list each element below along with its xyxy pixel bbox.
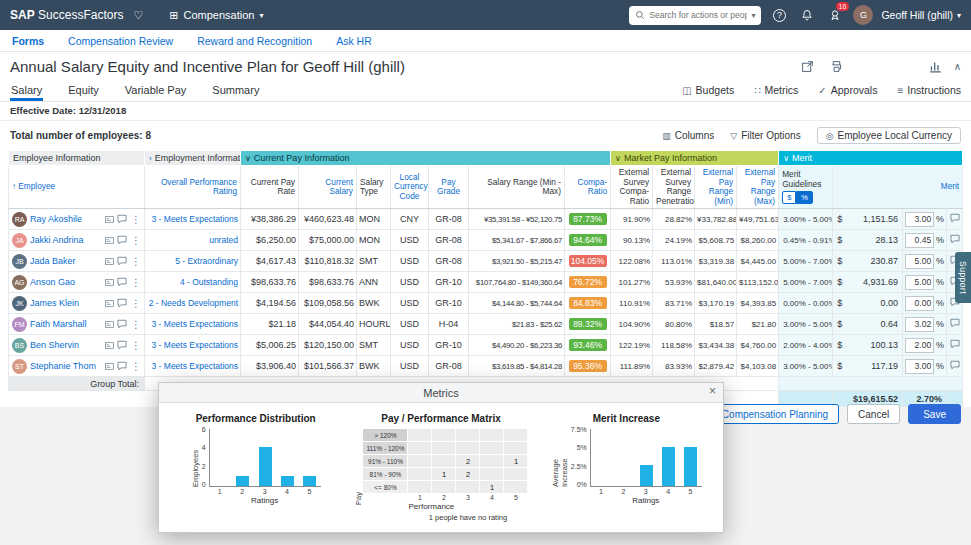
comment-icon[interactable] <box>117 256 127 266</box>
tab-salary[interactable]: Salary <box>10 80 43 101</box>
merit-percent-input[interactable]: 0.00 <box>905 296 934 311</box>
merit-comment-icon[interactable] <box>950 213 960 223</box>
row-menu-icon[interactable]: ⋮ <box>130 361 142 372</box>
help-icon[interactable]: ? <box>769 5 789 25</box>
employee-name-link[interactable]: James Klein <box>30 298 102 308</box>
row-menu-icon[interactable]: ⋮ <box>130 298 142 309</box>
rating-link[interactable]: 3 - Meets Expectations <box>152 361 238 371</box>
column-header-employee[interactable]: ↑ Employee <box>9 166 145 209</box>
sap-logo: SAP SuccessFactors <box>10 8 123 22</box>
merit-percent-input[interactable]: 0.45 <box>905 233 934 248</box>
nav-item-compensation-review[interactable]: Compensation Review <box>68 35 173 47</box>
rating-link[interactable]: 3 - Meets Expectations <box>152 340 238 350</box>
merit-percent-input[interactable]: 2.00 <box>905 338 934 353</box>
rating-link[interactable]: 4 - Outstanding <box>180 277 238 287</box>
support-tab[interactable]: Support <box>955 252 971 303</box>
close-icon[interactable]: × <box>709 384 716 398</box>
comment-icon[interactable] <box>117 340 127 350</box>
merit-comment-icon[interactable] <box>950 339 960 349</box>
row-menu-icon[interactable]: ⋮ <box>130 235 142 246</box>
row-menu-icon[interactable]: ⋮ <box>130 256 142 267</box>
group-merit[interactable]: ∨Merit <box>779 151 963 166</box>
user-avatar[interactable]: G <box>853 5 873 25</box>
merit-percent-input[interactable]: 3.00 <box>905 359 934 374</box>
group-current-pay-information[interactable]: ∨Current Pay Information <box>241 151 611 166</box>
search-input[interactable] <box>649 10 747 20</box>
employee-name-link[interactable]: Anson Gao <box>30 277 102 287</box>
collapse-header-icon[interactable]: ∧ <box>954 61 961 72</box>
metrics-button[interactable]: ∷Metrics <box>754 84 798 96</box>
nav-item-ask-hr[interactable]: Ask HR <box>336 35 372 47</box>
column-header-salary[interactable]: Current Salary <box>299 166 357 209</box>
toggle-percent[interactable]: % <box>796 191 813 204</box>
comment-icon[interactable] <box>117 214 127 224</box>
rating-link[interactable]: 3 - Meets Expectations <box>152 319 238 329</box>
salary-range-cell: ¥35,391.58 - ¥52,120.75 <box>469 209 565 230</box>
open-form-icon[interactable] <box>801 60 814 73</box>
row-menu-icon[interactable]: ⋮ <box>130 340 142 351</box>
column-header-ext-compa: External Survey Compa-Ratio <box>611 166 653 209</box>
user-menu[interactable]: Geoff Hill (ghill) ▾ <box>881 9 961 21</box>
row-menu-icon[interactable]: ⋮ <box>130 277 142 288</box>
approvals-button[interactable]: ✓Approvals <box>818 84 877 96</box>
merit-percent-input[interactable]: 3.00 <box>905 212 934 227</box>
comment-icon[interactable] <box>117 319 127 329</box>
pay-rate-cell: $3,906.40 <box>241 356 299 377</box>
nav-item-reward-and-recognition[interactable]: Reward and Recognition <box>197 35 312 47</box>
comment-icon[interactable] <box>117 235 127 245</box>
column-header-ext-pay-max[interactable]: External Pay Range (Max) <box>737 166 779 209</box>
x-axis-label: Ratings <box>632 496 659 505</box>
employee-name-link[interactable]: Faith Marshall <box>30 319 102 329</box>
group-market-pay-information[interactable]: ∨Market Pay Information <box>611 151 779 166</box>
employee-name-link[interactable]: Ben Shervin <box>30 340 102 350</box>
tab-summary[interactable]: Summary <box>211 80 260 101</box>
column-header-merit[interactable]: Merit <box>833 166 963 209</box>
merit-display-toggle[interactable]: $ % <box>782 191 829 204</box>
module-switcher[interactable]: ⊞ Compensation ▾ <box>169 9 263 22</box>
column-header-compa-ratio[interactable]: Compa-Ratio <box>565 166 611 209</box>
comment-icon[interactable] <box>117 361 127 371</box>
employee-name-link[interactable]: Stephanie Thom <box>30 361 102 371</box>
nav-item-forms[interactable]: Forms <box>12 35 44 47</box>
filter-options-button[interactable]: ▽Filter Options <box>730 130 800 141</box>
merit-comment-icon[interactable] <box>950 318 960 328</box>
tab-equity[interactable]: Equity <box>67 80 100 101</box>
comment-icon[interactable] <box>117 277 127 287</box>
ext-pay-min-cell: $5,608.75 <box>695 230 737 251</box>
merit-percent-input[interactable]: 5.00 <box>905 254 934 269</box>
merit-comment-icon[interactable] <box>950 360 960 370</box>
merit-comment-icon[interactable] <box>950 234 960 244</box>
budgets-button[interactable]: ◫Budgets <box>682 84 734 96</box>
search-scope-chevron-icon[interactable]: ▾ <box>751 11 755 20</box>
rating-link[interactable]: unrated <box>209 235 238 245</box>
column-header-currency[interactable]: Local Currency Code <box>391 166 429 209</box>
chevron-down-icon: ∨ <box>783 154 789 163</box>
bell-icon[interactable] <box>797 5 817 25</box>
employee-name-link[interactable]: Jakki Andrina <box>30 235 102 245</box>
print-icon[interactable] <box>830 60 843 73</box>
row-menu-icon[interactable]: ⋮ <box>130 319 142 330</box>
column-header-pay-grade[interactable]: Pay Grade <box>429 166 469 209</box>
toggle-dollar[interactable]: $ <box>782 191 796 204</box>
global-search[interactable]: ▾ <box>629 6 761 25</box>
column-header-rating[interactable]: Overall Performance Rating <box>145 166 241 209</box>
comment-icon[interactable] <box>117 298 127 308</box>
employee-name-link[interactable]: Jada Baker <box>30 256 102 266</box>
merit-percent-input[interactable]: 3.02 <box>905 317 934 332</box>
rating-link[interactable]: 3 - Meets Expectations <box>152 214 238 224</box>
rating-link[interactable]: 5 - Extraordinary <box>175 256 238 266</box>
cancel-button[interactable]: Cancel <box>847 404 900 424</box>
employee-name-link[interactable]: Ray Akoshile <box>30 214 102 224</box>
tab-variable-pay[interactable]: Variable Pay <box>124 80 188 101</box>
instructions-button[interactable]: ≡Instructions <box>897 84 961 96</box>
insights-chart-icon[interactable] <box>929 60 942 73</box>
row-menu-icon[interactable]: ⋮ <box>130 214 142 225</box>
local-currency-button[interactable]: ◎Employee Local Currency <box>817 127 961 144</box>
rating-link[interactable]: 2 - Needs Development <box>149 298 238 308</box>
save-button[interactable]: Save <box>908 404 961 424</box>
merit-percent-input[interactable]: 5.00 <box>905 275 934 290</box>
columns-button[interactable]: ▥Columns <box>662 130 714 141</box>
group-employment-information[interactable]: ›Employment Information <box>145 151 241 166</box>
column-header-ext-pay-min[interactable]: External Pay Range (Min) <box>695 166 737 209</box>
achievements-icon[interactable]: 16 <box>825 5 845 25</box>
